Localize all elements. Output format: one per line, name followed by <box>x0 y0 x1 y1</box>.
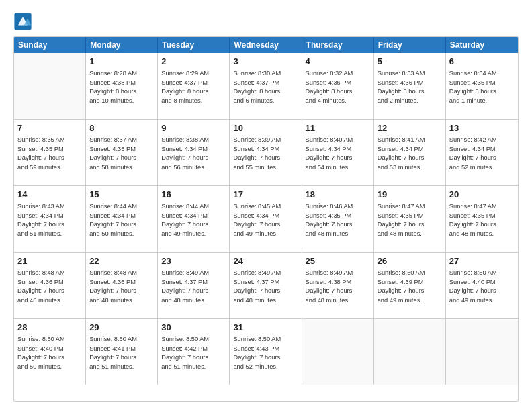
calendar-cell: 8Sunrise: 8:37 AM Sunset: 4:35 PM Daylig… <box>86 120 158 185</box>
header-day-friday: Friday <box>374 37 446 53</box>
calendar-cell: 31Sunrise: 8:50 AM Sunset: 4:43 PM Dayli… <box>230 319 302 385</box>
day-info: Sunrise: 8:45 AM Sunset: 4:34 PM Dayligh… <box>233 202 298 238</box>
header-day-saturday: Saturday <box>446 37 518 53</box>
calendar-cell <box>446 319 518 385</box>
calendar-cell: 17Sunrise: 8:45 AM Sunset: 4:34 PM Dayli… <box>230 186 302 252</box>
calendar-cell: 2Sunrise: 8:29 AM Sunset: 4:37 PM Daylig… <box>158 53 230 119</box>
calendar-cell: 15Sunrise: 8:44 AM Sunset: 4:34 PM Dayli… <box>86 186 158 252</box>
calendar-row-3: 14Sunrise: 8:43 AM Sunset: 4:34 PM Dayli… <box>14 186 518 253</box>
day-info: Sunrise: 8:47 AM Sunset: 4:35 PM Dayligh… <box>378 202 442 238</box>
calendar-cell: 22Sunrise: 8:48 AM Sunset: 4:36 PM Dayli… <box>86 253 158 318</box>
calendar-cell: 14Sunrise: 8:43 AM Sunset: 4:34 PM Dayli… <box>14 186 86 252</box>
day-info: Sunrise: 8:33 AM Sunset: 4:36 PM Dayligh… <box>378 69 442 105</box>
calendar-cell: 30Sunrise: 8:50 AM Sunset: 4:42 PM Dayli… <box>158 319 230 385</box>
calendar-cell: 28Sunrise: 8:50 AM Sunset: 4:40 PM Dayli… <box>14 319 86 385</box>
calendar-cell: 23Sunrise: 8:49 AM Sunset: 4:37 PM Dayli… <box>158 253 230 318</box>
day-info: Sunrise: 8:30 AM Sunset: 4:37 PM Dayligh… <box>233 69 298 105</box>
day-number: 6 <box>449 56 515 68</box>
calendar-row-1: 1Sunrise: 8:28 AM Sunset: 4:38 PM Daylig… <box>14 53 518 120</box>
day-number: 12 <box>378 122 442 134</box>
calendar-cell: 18Sunrise: 8:46 AM Sunset: 4:35 PM Dayli… <box>302 186 374 252</box>
calendar-cell: 12Sunrise: 8:41 AM Sunset: 4:34 PM Dayli… <box>374 120 446 185</box>
calendar-cell: 19Sunrise: 8:47 AM Sunset: 4:35 PM Dayli… <box>374 186 446 252</box>
day-info: Sunrise: 8:50 AM Sunset: 4:41 PM Dayligh… <box>89 335 154 371</box>
calendar-row-4: 21Sunrise: 8:48 AM Sunset: 4:36 PM Dayli… <box>14 253 518 319</box>
calendar-cell: 7Sunrise: 8:35 AM Sunset: 4:35 PM Daylig… <box>14 120 86 185</box>
calendar: SundayMondayTuesdayWednesdayThursdayFrid… <box>13 36 519 402</box>
day-number: 22 <box>89 255 154 267</box>
day-number: 2 <box>161 56 226 68</box>
day-number: 28 <box>17 322 82 334</box>
day-info: Sunrise: 8:42 AM Sunset: 4:34 PM Dayligh… <box>449 136 515 172</box>
day-number: 7 <box>17 122 82 134</box>
calendar-cell <box>14 53 86 119</box>
day-info: Sunrise: 8:50 AM Sunset: 4:40 PM Dayligh… <box>449 269 515 305</box>
day-number: 13 <box>449 122 515 134</box>
calendar-cell: 3Sunrise: 8:30 AM Sunset: 4:37 PM Daylig… <box>230 53 302 119</box>
calendar-cell: 29Sunrise: 8:50 AM Sunset: 4:41 PM Dayli… <box>86 319 158 385</box>
day-info: Sunrise: 8:50 AM Sunset: 4:39 PM Dayligh… <box>378 269 442 305</box>
day-info: Sunrise: 8:46 AM Sunset: 4:35 PM Dayligh… <box>306 202 370 238</box>
day-info: Sunrise: 8:44 AM Sunset: 4:34 PM Dayligh… <box>161 202 226 238</box>
day-info: Sunrise: 8:35 AM Sunset: 4:35 PM Dayligh… <box>17 136 82 172</box>
day-info: Sunrise: 8:50 AM Sunset: 4:43 PM Dayligh… <box>233 335 298 371</box>
day-info: Sunrise: 8:29 AM Sunset: 4:37 PM Dayligh… <box>161 69 226 105</box>
header-day-wednesday: Wednesday <box>230 37 302 53</box>
day-info: Sunrise: 8:32 AM Sunset: 4:36 PM Dayligh… <box>306 69 370 105</box>
day-number: 15 <box>89 189 154 201</box>
calendar-cell: 24Sunrise: 8:49 AM Sunset: 4:37 PM Dayli… <box>230 253 302 318</box>
day-number: 25 <box>306 255 370 267</box>
day-number: 31 <box>233 322 298 334</box>
calendar-cell <box>374 319 446 385</box>
calendar-cell: 20Sunrise: 8:47 AM Sunset: 4:35 PM Dayli… <box>446 186 518 252</box>
day-info: Sunrise: 8:47 AM Sunset: 4:35 PM Dayligh… <box>449 202 515 238</box>
day-info: Sunrise: 8:40 AM Sunset: 4:34 PM Dayligh… <box>306 136 370 172</box>
day-number: 3 <box>233 56 298 68</box>
day-number: 16 <box>161 189 226 201</box>
day-info: Sunrise: 8:28 AM Sunset: 4:38 PM Dayligh… <box>89 69 154 105</box>
day-number: 20 <box>449 189 515 201</box>
day-number: 29 <box>89 322 154 334</box>
day-number: 14 <box>17 189 82 201</box>
header-day-tuesday: Tuesday <box>158 37 230 53</box>
day-info: Sunrise: 8:39 AM Sunset: 4:34 PM Dayligh… <box>233 136 298 172</box>
day-info: Sunrise: 8:34 AM Sunset: 4:35 PM Dayligh… <box>449 69 515 105</box>
calendar-cell: 4Sunrise: 8:32 AM Sunset: 4:36 PM Daylig… <box>302 53 374 119</box>
page: SundayMondayTuesdayWednesdayThursdayFrid… <box>0 0 532 411</box>
day-info: Sunrise: 8:50 AM Sunset: 4:42 PM Dayligh… <box>161 335 226 371</box>
calendar-cell: 16Sunrise: 8:44 AM Sunset: 4:34 PM Dayli… <box>158 186 230 252</box>
calendar-header: SundayMondayTuesdayWednesdayThursdayFrid… <box>14 37 518 53</box>
calendar-cell: 9Sunrise: 8:38 AM Sunset: 4:34 PM Daylig… <box>158 120 230 185</box>
day-number: 30 <box>161 322 226 334</box>
day-number: 23 <box>161 255 226 267</box>
logo <box>13 12 34 31</box>
day-number: 11 <box>306 122 370 134</box>
day-number: 18 <box>306 189 370 201</box>
day-info: Sunrise: 8:49 AM Sunset: 4:38 PM Dayligh… <box>306 269 370 305</box>
header-day-thursday: Thursday <box>302 37 374 53</box>
calendar-cell: 26Sunrise: 8:50 AM Sunset: 4:39 PM Dayli… <box>374 253 446 318</box>
day-info: Sunrise: 8:49 AM Sunset: 4:37 PM Dayligh… <box>233 269 298 305</box>
day-info: Sunrise: 8:48 AM Sunset: 4:36 PM Dayligh… <box>89 269 154 305</box>
day-number: 26 <box>378 255 442 267</box>
calendar-cell: 13Sunrise: 8:42 AM Sunset: 4:34 PM Dayli… <box>446 120 518 185</box>
day-info: Sunrise: 8:49 AM Sunset: 4:37 PM Dayligh… <box>161 269 226 305</box>
day-number: 8 <box>89 122 154 134</box>
day-number: 5 <box>378 56 442 68</box>
day-number: 27 <box>449 255 515 267</box>
logo-icon <box>13 12 32 31</box>
calendar-cell: 5Sunrise: 8:33 AM Sunset: 4:36 PM Daylig… <box>374 53 446 119</box>
header <box>13 12 519 31</box>
day-info: Sunrise: 8:43 AM Sunset: 4:34 PM Dayligh… <box>17 202 82 238</box>
day-number: 17 <box>233 189 298 201</box>
day-info: Sunrise: 8:50 AM Sunset: 4:40 PM Dayligh… <box>17 335 82 371</box>
header-day-sunday: Sunday <box>14 37 86 53</box>
calendar-cell: 11Sunrise: 8:40 AM Sunset: 4:34 PM Dayli… <box>302 120 374 185</box>
calendar-cell: 25Sunrise: 8:49 AM Sunset: 4:38 PM Dayli… <box>302 253 374 318</box>
header-day-monday: Monday <box>86 37 158 53</box>
calendar-cell: 10Sunrise: 8:39 AM Sunset: 4:34 PM Dayli… <box>230 120 302 185</box>
day-info: Sunrise: 8:44 AM Sunset: 4:34 PM Dayligh… <box>89 202 154 238</box>
calendar-row-2: 7Sunrise: 8:35 AM Sunset: 4:35 PM Daylig… <box>14 120 518 186</box>
day-number: 9 <box>161 122 226 134</box>
calendar-cell: 21Sunrise: 8:48 AM Sunset: 4:36 PM Dayli… <box>14 253 86 318</box>
